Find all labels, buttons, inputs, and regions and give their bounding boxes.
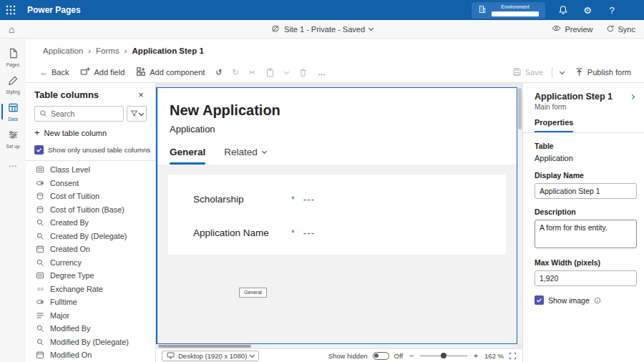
header-actions: Environment ⚙ ? — [472, 2, 637, 19]
description-label: Description — [535, 207, 637, 216]
table-column-item[interactable]: Class Level — [26, 163, 155, 177]
add-field-button[interactable]: Add field — [74, 62, 130, 82]
breadcrumb-item-forms[interactable]: Forms — [96, 47, 119, 55]
undo-icon[interactable]: ↺ — [210, 62, 227, 82]
table-column-item[interactable]: Created By (Delegate) — [26, 230, 155, 243]
zoom-level: 162 % — [484, 352, 504, 360]
home-icon[interactable]: ⌂ — [9, 24, 14, 35]
delete-trash-icon[interactable] — [293, 62, 313, 82]
site-actions: Preview Sync — [552, 24, 635, 34]
filter-funnel-icon — [130, 109, 138, 119]
notifications-bell-icon[interactable] — [557, 5, 570, 15]
table-column-label: Created By — [50, 218, 89, 227]
field-section[interactable]: Scholarship * --- Application Name * --- — [168, 175, 506, 255]
publish-form-button[interactable]: Publish form — [569, 67, 637, 78]
max-width-label: Max Width (pixels) — [535, 258, 637, 267]
table-column-item[interactable]: Created On — [26, 243, 155, 256]
settings-gear-icon[interactable]: ⚙ — [581, 5, 594, 16]
table-column-item[interactable]: Consent — [26, 177, 155, 190]
save-options-chevron-icon[interactable] — [555, 72, 569, 74]
save-button[interactable]: Save — [507, 67, 549, 78]
table-column-item[interactable]: Cost of Tuition — [26, 190, 155, 203]
table-column-item[interactable]: Modified On — [26, 348, 155, 362]
table-column-label: Created By (Delegate) — [50, 232, 127, 240]
more-workspaces-icon[interactable]: … — [9, 159, 17, 169]
save-floppy-icon — [512, 67, 522, 78]
form-page[interactable]: New Application Application General Rela… — [156, 87, 517, 344]
search-input[interactable] — [51, 109, 119, 118]
zoom-slider[interactable] — [420, 352, 467, 360]
table-column-item[interactable]: Cost of Tuition (Base) — [26, 203, 155, 217]
table-column-item[interactable]: Currency — [26, 256, 155, 270]
show-unused-columns-checkbox[interactable]: Show only unused table columns — [34, 144, 147, 155]
environment-picker[interactable]: Environment — [472, 2, 545, 19]
sidebar-item-setup[interactable]: Set up — [0, 126, 26, 153]
add-component-button[interactable]: Add component — [130, 62, 210, 82]
styling-icon — [8, 75, 19, 87]
paste-clipboard-icon[interactable] — [260, 62, 280, 82]
paste-options-chevron-icon[interactable] — [280, 62, 293, 82]
monitor-icon — [167, 351, 175, 361]
fit-to-screen-icon[interactable] — [509, 352, 517, 360]
redo-icon[interactable]: ↻ — [228, 62, 244, 82]
breadcrumb-row: Application › Forms › Application Step 1 — [26, 39, 644, 62]
decimal-column-icon: 0.0 — [35, 284, 45, 294]
form-field-row[interactable]: Scholarship * --- — [168, 182, 506, 216]
show-hidden-toggle[interactable] — [373, 352, 389, 360]
toggle-state-label: Off — [394, 352, 404, 360]
display-name-input[interactable] — [535, 183, 637, 199]
close-icon[interactable]: × — [135, 89, 147, 100]
scrollbar-thumb[interactable] — [518, 88, 522, 129]
table-column-item[interactable]: Created By — [26, 216, 155, 230]
sidebar-item-data[interactable]: Data — [0, 99, 26, 126]
site-status-dropdown[interactable]: Site 1 - Private - Saved — [271, 24, 373, 34]
waffle-menu-icon[interactable] — [0, 0, 21, 20]
new-table-column-button[interactable]: + New table column — [34, 127, 147, 140]
vertical-scrollbar[interactable] — [517, 87, 522, 344]
help-icon[interactable]: ? — [605, 5, 618, 16]
more-commands-icon[interactable]: … — [313, 62, 331, 82]
table-column-label: Cost of Tuition — [50, 192, 99, 200]
form-header[interactable]: New Application Application General Rela… — [157, 88, 517, 165]
table-column-item[interactable]: Modified By (Delegate) — [26, 336, 155, 349]
zoom-out-button[interactable]: − — [408, 351, 415, 360]
sidebar-item-styling[interactable]: Styling — [0, 72, 26, 99]
slider-thumb[interactable] — [441, 353, 447, 358]
cut-scissors-icon[interactable]: ✂ — [244, 62, 260, 82]
table-value: Application — [535, 154, 637, 162]
form-field-row[interactable]: Application Name * --- — [168, 216, 506, 250]
device-label: Desktop (1920 x 1080) — [178, 352, 247, 360]
currency-column-icon — [35, 191, 45, 201]
plus-icon: + — [34, 129, 40, 137]
scrollbar-thumb[interactable] — [158, 345, 251, 348]
field-label: Application Name — [193, 228, 291, 238]
table-column-item[interactable]: Degree Type — [26, 269, 155, 283]
form-title: New Application — [170, 102, 517, 119]
sidebar-item-pages[interactable]: Pages — [0, 44, 26, 72]
sync-button[interactable]: Sync — [606, 24, 635, 34]
back-button[interactable]: ← Back — [34, 62, 74, 82]
breadcrumb-separator-icon: › — [88, 47, 91, 55]
table-column-item[interactable]: 0.0Exchange Rate — [26, 283, 155, 296]
preview-button[interactable]: Preview — [552, 24, 592, 34]
table-column-item[interactable]: Fulltime — [26, 295, 155, 309]
info-icon[interactable] — [594, 297, 601, 304]
collapse-panel-chevron-icon[interactable] — [627, 95, 637, 99]
tab-properties[interactable]: Properties — [535, 118, 573, 132]
tab-general[interactable]: General — [170, 147, 205, 165]
properties-subtitle: Main form — [535, 103, 637, 111]
description-input[interactable]: A form for this entity. — [535, 220, 637, 248]
section-name-chip: General — [239, 288, 267, 298]
max-width-input[interactable] — [535, 270, 637, 286]
table-column-item[interactable]: Modified By — [26, 322, 155, 336]
table-column-item[interactable]: Major — [26, 309, 155, 323]
environment-icon — [478, 5, 487, 15]
device-selector[interactable]: Desktop (1920 x 1080) — [162, 351, 259, 361]
pages-icon — [8, 48, 19, 60]
filter-button[interactable] — [127, 106, 147, 122]
breadcrumb-item-application[interactable]: Application — [43, 47, 83, 55]
chevron-down-icon — [262, 149, 267, 154]
show-image-checkbox[interactable]: Show image — [535, 295, 637, 305]
zoom-in-button[interactable]: + — [472, 351, 479, 360]
tab-related[interactable]: Related — [224, 147, 266, 165]
